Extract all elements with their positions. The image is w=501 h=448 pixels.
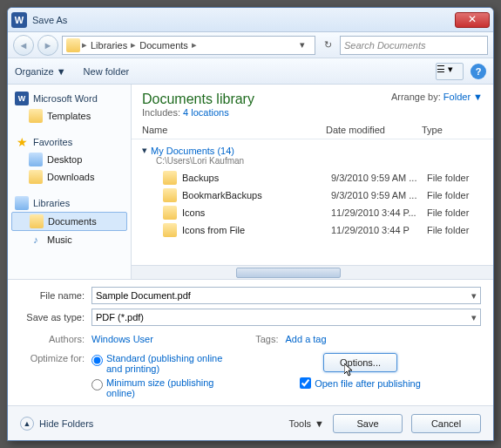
library-includes: Includes: 4 locations — [142, 107, 254, 118]
column-headers[interactable]: Name Date modified Type — [132, 121, 493, 139]
folder-icon — [163, 171, 177, 185]
savetype-select[interactable]: PDF (*.pdf)▾ — [91, 309, 481, 326]
breadcrumb-documents[interactable]: Documents — [138, 40, 190, 51]
desktop-icon — [29, 153, 43, 166]
search-placeholder: Search Documents — [344, 40, 426, 51]
arrange-dropdown[interactable]: Folder ▼ — [443, 92, 483, 102]
sidebar-item-favorites[interactable]: ★Favorites — [8, 133, 131, 151]
sidebar-item-libraries[interactable]: Libraries — [8, 194, 131, 212]
toolbar: Organize ▼ New folder ☰ ▾ ? — [8, 58, 493, 85]
chevron-right-icon: ▸ — [190, 39, 199, 51]
chevron-right-icon: ▸ — [80, 39, 89, 51]
refresh-button[interactable]: ↻ — [319, 39, 336, 51]
authors-field[interactable]: Windows User — [91, 334, 153, 344]
library-title: Documents library — [142, 92, 254, 107]
scrollbar-thumb[interactable] — [236, 268, 341, 278]
open-after-input[interactable] — [300, 377, 311, 389]
dropdown-icon[interactable]: ▾ — [471, 290, 477, 302]
group-header[interactable]: ▾ My Documents (14) — [137, 141, 493, 156]
options-button[interactable]: Options... — [323, 353, 397, 372]
file-date: 9/3/2010 9:59 AM ... — [331, 190, 427, 200]
tags-label: Tags: — [251, 334, 286, 344]
search-input[interactable]: Search Documents — [340, 36, 488, 55]
optimize-label: Optimize for: — [20, 353, 91, 402]
file-type: File folder — [427, 173, 488, 183]
radio-standard-input[interactable] — [91, 355, 103, 366]
sidebar-item-music[interactable]: ♪Music — [8, 231, 131, 248]
save-button[interactable]: Save — [333, 414, 403, 433]
radio-standard[interactable]: Standard (publishing online and printing… — [91, 353, 240, 374]
filename-input[interactable]: Sample Document.pdf▾ — [91, 287, 481, 304]
file-name: BookmarkBackups — [182, 190, 331, 200]
navigation-sidebar: WMicrosoft Word Templates ★Favorites Des… — [8, 85, 132, 279]
file-row[interactable]: Icons from File11/29/2010 3:44 PFile fol… — [137, 221, 493, 239]
star-icon: ★ — [15, 135, 29, 149]
dialog-footer: ▲Hide Folders Tools ▼ Save Cancel — [8, 405, 493, 440]
file-name: Backups — [182, 173, 331, 183]
sidebar-item-word[interactable]: WMicrosoft Word — [8, 90, 131, 107]
file-date: 11/29/2010 3:44 P... — [331, 207, 427, 218]
folder-icon — [163, 223, 177, 237]
view-mode-button[interactable]: ☰ ▾ — [436, 63, 464, 80]
save-as-dialog: W Save As ✕ ◄ ► ▸ Libraries ▸ Documents … — [7, 7, 494, 441]
path-dropdown-icon[interactable]: ▾ — [294, 39, 311, 51]
breadcrumb-path[interactable]: ▸ Libraries ▸ Documents ▸ ▾ — [62, 36, 315, 55]
file-type: File folder — [427, 190, 488, 200]
folder-icon — [66, 38, 80, 52]
file-date: 9/3/2010 9:59 AM ... — [331, 173, 427, 183]
titlebar: W Save As ✕ — [8, 8, 493, 32]
back-button[interactable]: ◄ — [13, 35, 34, 56]
sidebar-item-desktop[interactable]: Desktop — [8, 151, 131, 168]
sidebar-item-documents[interactable]: Documents — [11, 212, 127, 231]
file-row[interactable]: BookmarkBackups9/3/2010 9:59 AM ...File … — [137, 187, 493, 204]
collapse-icon[interactable]: ▾ — [142, 145, 147, 156]
horizontal-scrollbar[interactable] — [132, 265, 493, 279]
filename-label: File name: — [20, 290, 91, 301]
file-type: File folder — [427, 225, 488, 235]
help-button[interactable]: ? — [471, 64, 486, 79]
radio-minimum[interactable]: Minimum size (publishing online) — [91, 377, 240, 398]
chevron-right-icon: ▸ — [129, 39, 138, 51]
group-path: C:\Users\Lori Kaufman — [137, 156, 493, 169]
libraries-icon — [15, 196, 29, 210]
forward-button[interactable]: ► — [37, 35, 58, 56]
organize-menu[interactable]: Organize ▼ — [15, 66, 66, 77]
file-row[interactable]: Backups9/3/2010 9:59 AM ...File folder — [137, 169, 493, 187]
save-form: File name: Sample Document.pdf▾ Save as … — [8, 279, 493, 405]
file-row[interactable]: Icons11/29/2010 3:44 P...File folder — [137, 204, 493, 221]
folder-icon — [163, 188, 177, 202]
cancel-button[interactable]: Cancel — [411, 414, 481, 433]
dropdown-icon: ▼ — [315, 418, 324, 429]
file-date: 11/29/2010 3:44 P — [331, 225, 427, 235]
close-button[interactable]: ✕ — [455, 12, 490, 28]
sidebar-item-templates[interactable]: Templates — [8, 107, 131, 125]
column-name[interactable]: Name — [142, 125, 326, 135]
tags-field[interactable]: Add a tag — [286, 334, 327, 344]
radio-minimum-input[interactable] — [91, 379, 103, 390]
chevron-up-icon: ▲ — [20, 417, 34, 431]
column-type[interactable]: Type — [422, 125, 483, 135]
arrange-by: Arrange by: Folder ▼ — [391, 92, 483, 118]
word-app-icon: W — [11, 12, 27, 28]
file-type: File folder — [427, 207, 488, 218]
documents-icon — [30, 214, 44, 228]
folder-icon — [163, 206, 177, 220]
music-icon: ♪ — [29, 233, 43, 247]
folder-icon — [29, 170, 43, 184]
word-icon: W — [15, 92, 29, 105]
file-name: Icons — [182, 207, 331, 218]
column-date[interactable]: Date modified — [326, 125, 422, 135]
folder-icon — [29, 109, 43, 123]
locations-link[interactable]: 4 locations — [183, 107, 229, 118]
new-folder-button[interactable]: New folder — [84, 66, 130, 77]
sidebar-item-downloads[interactable]: Downloads — [8, 168, 131, 186]
file-name: Icons from File — [182, 225, 331, 235]
open-after-checkbox[interactable]: Open file after publishing — [300, 377, 421, 389]
hide-folders-button[interactable]: ▲Hide Folders — [20, 417, 93, 431]
savetype-label: Save as type: — [20, 312, 91, 322]
tools-menu[interactable]: Tools ▼ — [288, 418, 324, 429]
authors-label: Authors: — [20, 334, 91, 344]
window-title: Save As — [32, 15, 455, 25]
dropdown-icon[interactable]: ▾ — [471, 312, 477, 323]
breadcrumb-libraries[interactable]: Libraries — [89, 40, 129, 51]
